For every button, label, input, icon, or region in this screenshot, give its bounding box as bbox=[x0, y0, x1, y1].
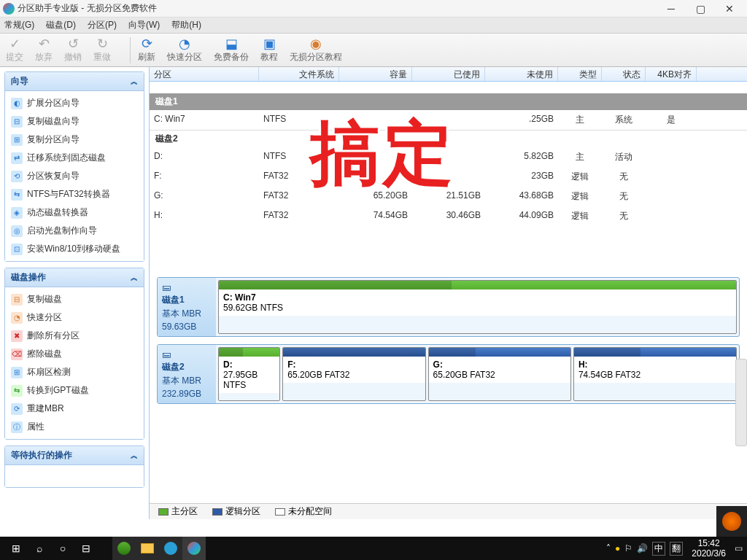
backup-icon: ⬓ bbox=[225, 36, 238, 51]
menu-partition[interactable]: 分区(P) bbox=[88, 19, 117, 31]
th-partition[interactable]: 分区 bbox=[150, 67, 259, 81]
taskview-button[interactable]: ⊟ bbox=[74, 537, 98, 560]
vertical-scrollbar[interactable] bbox=[735, 359, 747, 446]
wizard-wintogo[interactable]: ⊡安装Win8/10到移动硬盘 bbox=[5, 240, 144, 258]
op-delete-all[interactable]: ✖删除所有分区 bbox=[5, 327, 144, 345]
partition-h[interactable]: H:74.54GB FAT32 bbox=[573, 347, 737, 401]
tray-widget[interactable] bbox=[716, 506, 747, 537]
th-used[interactable]: 已使用 bbox=[412, 67, 485, 81]
tutorial-button[interactable]: ▣教程 bbox=[260, 36, 278, 63]
convert-icon: ⇆ bbox=[11, 189, 23, 201]
taskbar-app-1[interactable] bbox=[112, 537, 136, 560]
disk1-header[interactable]: 磁盘1 bbox=[150, 93, 747, 110]
clock[interactable]: 15:422020/3/6 bbox=[692, 538, 726, 559]
quick-partition-button[interactable]: ◔快速分区 bbox=[167, 36, 202, 63]
mbr-icon: ⟳ bbox=[11, 403, 23, 415]
menu-disk[interactable]: 磁盘(D) bbox=[46, 19, 76, 31]
legend-logical: 逻辑分区 bbox=[212, 505, 260, 518]
taskbar-app-3[interactable] bbox=[159, 537, 182, 560]
wizard-bootdisk[interactable]: ◎启动光盘制作向导 bbox=[5, 222, 144, 240]
close-button[interactable]: ✕ bbox=[715, 0, 744, 18]
th-fs[interactable]: 文件系统 bbox=[259, 67, 339, 81]
sidebar: 向导︽ ◐扩展分区向导 ⊟复制磁盘向导 ⊞复制分区向导 ⇄迁移系统到固态磁盘 ⟲… bbox=[0, 67, 150, 519]
copy-icon: ⊟ bbox=[11, 294, 23, 306]
refresh-button[interactable]: ⟳刷新 bbox=[138, 36, 155, 63]
toolbar-separator bbox=[130, 37, 131, 63]
diskops-panel-header[interactable]: 磁盘操作︽ bbox=[5, 268, 144, 287]
wizard-copy-disk[interactable]: ⊟复制磁盘向导 bbox=[5, 112, 144, 131]
th-unused[interactable]: 未使用 bbox=[485, 67, 558, 81]
partition-c[interactable]: C: Win759.62GB NTFS bbox=[218, 280, 737, 334]
gpt-icon: ⇆ bbox=[11, 385, 23, 397]
recover-icon: ⟲ bbox=[11, 171, 23, 182]
partition-f[interactable]: F:65.20GB FAT32 bbox=[282, 347, 425, 401]
wizard-extend[interactable]: ◐扩展分区向导 bbox=[5, 94, 144, 112]
taskbar-app-2[interactable] bbox=[136, 537, 159, 560]
wizard-copy-partition[interactable]: ⊞复制分区向导 bbox=[5, 131, 144, 149]
th-capacity[interactable]: 容量 bbox=[339, 67, 412, 81]
legend: 主分区 逻辑分区 未分配空间 bbox=[150, 503, 747, 519]
table-row[interactable]: C: Win7NTFS.25GB主系统是 bbox=[150, 110, 747, 130]
diskops-panel: 磁盘操作︽ ⊟复制磁盘 ◔快速分区 ✖删除所有分区 ⌫擦除磁盘 ⊞坏扇区检测 ⇆… bbox=[4, 268, 144, 440]
tray-icon[interactable]: ● bbox=[615, 543, 620, 553]
disk2-header[interactable]: 磁盘2 bbox=[150, 130, 747, 147]
system-tray[interactable]: ˄ ● ⚐ 🔊 中 翻 15:422020/3/6 ▭ bbox=[606, 538, 743, 559]
pending-panel-header[interactable]: 等待执行的操作︽ bbox=[5, 446, 144, 465]
partition-d[interactable]: D:27.95GB NTFS bbox=[218, 347, 280, 401]
op-quick-partition[interactable]: ◔快速分区 bbox=[5, 308, 144, 327]
commit-button[interactable]: ✓提交 bbox=[6, 36, 23, 63]
discard-button[interactable]: ↶放弃 bbox=[35, 36, 53, 63]
copy-part-icon: ⊞ bbox=[11, 134, 23, 146]
disk2-info: 🖴 磁盘2 基本 MBR 232.89GB bbox=[158, 345, 216, 403]
ime-indicator[interactable]: 翻 bbox=[670, 542, 683, 556]
maximize-button[interactable]: ▢ bbox=[686, 0, 715, 18]
notifications-icon[interactable]: ▭ bbox=[735, 543, 743, 553]
table-header: 分区 文件系统 容量 已使用 未使用 类型 状态 4KB对齐 bbox=[150, 67, 747, 82]
op-copy-disk[interactable]: ⊟复制磁盘 bbox=[5, 290, 144, 308]
wizard-recover[interactable]: ⟲分区恢复向导 bbox=[5, 167, 144, 185]
menu-bar: 常规(G) 磁盘(D) 分区(P) 向导(W) 帮助(H) bbox=[0, 18, 747, 34]
menu-help[interactable]: 帮助(H) bbox=[171, 19, 201, 31]
content-area: 分区 文件系统 容量 已使用 未使用 类型 状态 4KB对齐 磁盘1 C: Wi… bbox=[150, 67, 747, 519]
wizard-migrate-ssd[interactable]: ⇄迁移系统到固态磁盘 bbox=[5, 149, 144, 167]
disk2-visual[interactable]: 🖴 磁盘2 基本 MBR 232.89GB D:27.95GB NTFS F:6… bbox=[157, 344, 740, 404]
table-row[interactable]: D:NTFS5.82GB主活动 bbox=[150, 147, 747, 167]
partition-g[interactable]: G:65.20GB FAT32 bbox=[428, 347, 571, 401]
app-icon bbox=[3, 3, 15, 15]
th-type[interactable]: 类型 bbox=[558, 67, 602, 81]
taskbar-app-4[interactable] bbox=[182, 537, 206, 560]
op-bad-sector[interactable]: ⊞坏扇区检测 bbox=[5, 363, 144, 381]
disk1-visual[interactable]: 🖴 磁盘1 基本 MBR 59.63GB C: Win759.62GB NTFS bbox=[157, 277, 740, 337]
menu-wizard[interactable]: 向导(W) bbox=[128, 19, 160, 31]
table-row[interactable]: F:FAT3223GB逻辑无 bbox=[150, 167, 747, 187]
op-convert-gpt[interactable]: ⇆转换到GPT磁盘 bbox=[5, 381, 144, 400]
search-button[interactable]: ⌕ bbox=[28, 537, 51, 560]
backup-button[interactable]: ⬓免费备份 bbox=[214, 36, 249, 63]
volume-icon[interactable]: 🔊 bbox=[637, 543, 648, 553]
minimize-button[interactable]: ─ bbox=[657, 0, 686, 18]
wizard-ntfs-fat32[interactable]: ⇆NTFS与FAT32转换器 bbox=[5, 185, 144, 203]
table-row[interactable]: G:FAT3265.20GB21.51GB43.68GB逻辑无 bbox=[150, 187, 747, 206]
op-properties[interactable]: ⓘ属性 bbox=[5, 418, 144, 436]
toolbar: ✓提交 ↶放弃 ↺撤销 ↻重做 ⟳刷新 ◔快速分区 ⬓免费备份 ▣教程 ◉无损分… bbox=[0, 34, 747, 67]
redo-button[interactable]: ↻重做 bbox=[93, 36, 111, 63]
delete-icon: ✖ bbox=[11, 330, 23, 342]
start-button[interactable]: ⊞ bbox=[4, 537, 28, 560]
table-row[interactable]: H:FAT3274.54GB30.46GB44.09GB逻辑无 bbox=[150, 206, 747, 226]
undo-button[interactable]: ↺撤销 bbox=[64, 36, 82, 63]
cortana-button[interactable]: ○ bbox=[51, 537, 74, 560]
chevron-up-icon[interactable]: ˄ bbox=[606, 543, 611, 553]
wizard-dynamic[interactable]: ◈动态磁盘转换器 bbox=[5, 203, 144, 222]
disk1-info: 🖴 磁盘1 基本 MBR 59.63GB bbox=[158, 278, 216, 336]
th-align[interactable]: 4KB对齐 bbox=[646, 67, 697, 81]
th-status[interactable]: 状态 bbox=[602, 67, 646, 81]
tray-icon[interactable]: ⚐ bbox=[624, 543, 632, 553]
tutorial-icon: ▣ bbox=[263, 36, 276, 51]
ime-indicator[interactable]: 中 bbox=[652, 542, 665, 556]
quick-icon: ◔ bbox=[179, 36, 190, 51]
lossless-tutorial-button[interactable]: ◉无损分区教程 bbox=[290, 36, 342, 63]
menu-general[interactable]: 常规(G) bbox=[4, 19, 34, 31]
op-rebuild-mbr[interactable]: ⟳重建MBR bbox=[5, 400, 144, 418]
op-wipe-disk[interactable]: ⌫擦除磁盘 bbox=[5, 345, 144, 363]
wizard-panel-header[interactable]: 向导︽ bbox=[5, 72, 144, 91]
